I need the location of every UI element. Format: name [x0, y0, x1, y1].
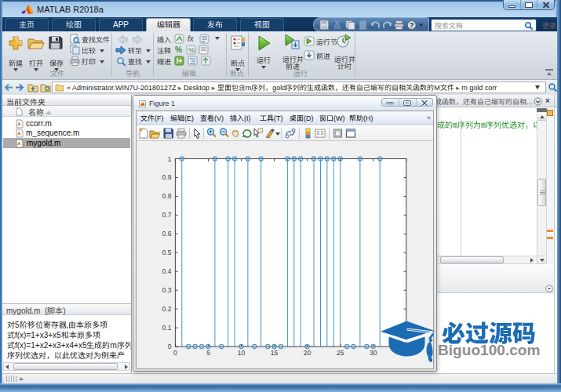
svg-text:1: 1 [168, 155, 172, 163]
svg-text:0.9: 0.9 [162, 173, 172, 181]
svg-text:5: 5 [206, 349, 210, 357]
svg-text:?: ? [410, 21, 414, 29]
svg-text:0.2: 0.2 [162, 305, 172, 313]
svg-text:0.7: 0.7 [162, 211, 172, 219]
svg-text:0.1: 0.1 [162, 324, 172, 332]
svg-text:0.4: 0.4 [162, 267, 172, 275]
svg-text:10: 10 [238, 349, 246, 357]
svg-text:0: 0 [173, 349, 177, 357]
svg-text:0.5: 0.5 [162, 249, 172, 256]
svg-text:0.3: 0.3 [162, 286, 172, 294]
svg-text:15: 15 [271, 349, 279, 357]
svg-text:25: 25 [337, 349, 344, 357]
svg-text:0: 0 [168, 343, 172, 350]
svg-text:20: 20 [304, 349, 311, 357]
svg-text:0.8: 0.8 [162, 192, 172, 200]
svg-text:0.6: 0.6 [162, 230, 172, 238]
svg-text:%: % [188, 46, 195, 54]
